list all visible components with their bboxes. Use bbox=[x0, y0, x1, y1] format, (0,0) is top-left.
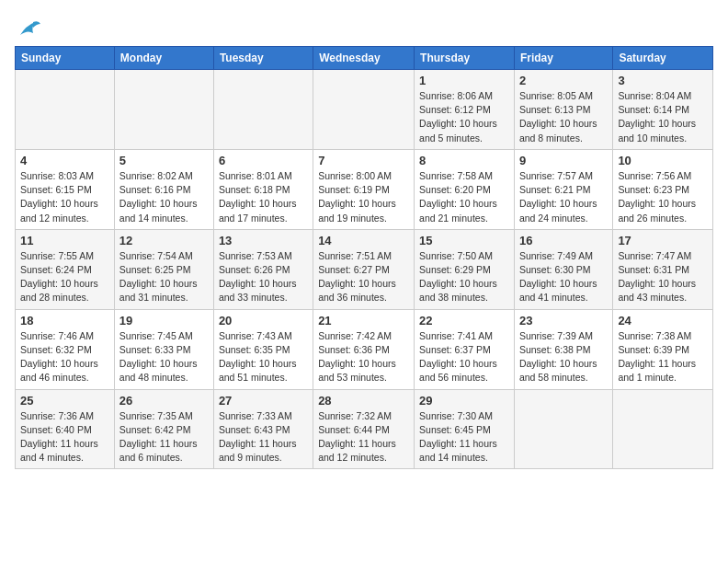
day-info: Sunrise: 7:43 AM Sunset: 6:35 PM Dayligh… bbox=[219, 329, 308, 385]
day-number: 13 bbox=[219, 234, 308, 247]
day-info: Sunrise: 7:41 AM Sunset: 6:37 PM Dayligh… bbox=[419, 329, 509, 385]
day-cell: 16Sunrise: 7:49 AM Sunset: 6:30 PM Dayli… bbox=[514, 229, 612, 309]
week-row-2: 4Sunrise: 8:03 AM Sunset: 6:15 PM Daylig… bbox=[16, 149, 713, 229]
day-cell: 23Sunrise: 7:39 AM Sunset: 6:38 PM Dayli… bbox=[514, 309, 612, 389]
day-cell bbox=[213, 70, 313, 150]
day-number: 15 bbox=[419, 234, 509, 247]
header-row: SundayMondayTuesdayWednesdayThursdayFrid… bbox=[16, 47, 713, 70]
day-number: 16 bbox=[519, 234, 608, 247]
day-cell: 6Sunrise: 8:01 AM Sunset: 6:18 PM Daylig… bbox=[213, 149, 313, 229]
day-number: 27 bbox=[219, 394, 308, 408]
day-cell: 13Sunrise: 7:53 AM Sunset: 6:26 PM Dayli… bbox=[213, 229, 313, 309]
day-cell: 9Sunrise: 7:57 AM Sunset: 6:21 PM Daylig… bbox=[514, 149, 612, 229]
day-number: 22 bbox=[419, 314, 509, 327]
day-number: 12 bbox=[119, 234, 209, 247]
day-cell: 28Sunrise: 7:32 AM Sunset: 6:44 PM Dayli… bbox=[313, 389, 415, 469]
header-cell-friday: Friday bbox=[514, 47, 612, 70]
day-number: 18 bbox=[20, 314, 109, 327]
day-info: Sunrise: 7:35 AM Sunset: 6:42 PM Dayligh… bbox=[119, 409, 209, 465]
day-number: 3 bbox=[618, 74, 708, 87]
header-cell-wednesday: Wednesday bbox=[313, 47, 415, 70]
day-info: Sunrise: 7:56 AM Sunset: 6:23 PM Dayligh… bbox=[618, 169, 708, 225]
day-cell: 29Sunrise: 7:30 AM Sunset: 6:45 PM Dayli… bbox=[415, 389, 515, 469]
day-cell: 3Sunrise: 8:04 AM Sunset: 6:14 PM Daylig… bbox=[613, 70, 713, 150]
day-info: Sunrise: 7:45 AM Sunset: 6:33 PM Dayligh… bbox=[119, 329, 209, 385]
day-number: 21 bbox=[318, 314, 409, 327]
day-cell: 25Sunrise: 7:36 AM Sunset: 6:40 PM Dayli… bbox=[16, 389, 115, 469]
day-number: 20 bbox=[219, 314, 308, 327]
day-cell bbox=[114, 70, 213, 150]
day-info: Sunrise: 7:42 AM Sunset: 6:36 PM Dayligh… bbox=[318, 329, 409, 385]
day-number: 29 bbox=[419, 394, 509, 408]
day-info: Sunrise: 7:54 AM Sunset: 6:25 PM Dayligh… bbox=[119, 249, 209, 305]
day-cell: 18Sunrise: 7:46 AM Sunset: 6:32 PM Dayli… bbox=[16, 309, 115, 389]
header-cell-saturday: Saturday bbox=[613, 47, 713, 70]
header-cell-monday: Monday bbox=[114, 47, 213, 70]
day-info: Sunrise: 7:55 AM Sunset: 6:24 PM Dayligh… bbox=[20, 249, 109, 305]
logo-bird-icon bbox=[17, 18, 42, 40]
week-row-1: 1Sunrise: 8:06 AM Sunset: 6:12 PM Daylig… bbox=[16, 70, 713, 150]
day-cell: 19Sunrise: 7:45 AM Sunset: 6:33 PM Dayli… bbox=[114, 309, 213, 389]
day-cell: 24Sunrise: 7:38 AM Sunset: 6:39 PM Dayli… bbox=[613, 309, 713, 389]
day-number: 9 bbox=[519, 154, 608, 167]
day-info: Sunrise: 7:47 AM Sunset: 6:31 PM Dayligh… bbox=[618, 249, 708, 305]
day-info: Sunrise: 8:05 AM Sunset: 6:13 PM Dayligh… bbox=[519, 89, 608, 145]
day-cell: 5Sunrise: 8:02 AM Sunset: 6:16 PM Daylig… bbox=[114, 149, 213, 229]
day-number: 14 bbox=[318, 234, 409, 247]
day-info: Sunrise: 8:00 AM Sunset: 6:19 PM Dayligh… bbox=[318, 169, 409, 225]
day-number: 8 bbox=[419, 154, 509, 167]
week-row-3: 11Sunrise: 7:55 AM Sunset: 6:24 PM Dayli… bbox=[16, 229, 713, 309]
day-number: 6 bbox=[219, 154, 308, 167]
day-info: Sunrise: 7:39 AM Sunset: 6:38 PM Dayligh… bbox=[519, 329, 608, 385]
day-cell: 15Sunrise: 7:50 AM Sunset: 6:29 PM Dayli… bbox=[415, 229, 515, 309]
day-cell: 12Sunrise: 7:54 AM Sunset: 6:25 PM Dayli… bbox=[114, 229, 213, 309]
header-cell-sunday: Sunday bbox=[16, 47, 115, 70]
day-number: 26 bbox=[119, 394, 209, 408]
header-cell-tuesday: Tuesday bbox=[213, 47, 313, 70]
day-info: Sunrise: 7:36 AM Sunset: 6:40 PM Dayligh… bbox=[20, 409, 109, 465]
day-info: Sunrise: 7:58 AM Sunset: 6:20 PM Dayligh… bbox=[419, 169, 509, 225]
logo bbox=[15, 18, 42, 40]
day-cell: 8Sunrise: 7:58 AM Sunset: 6:20 PM Daylig… bbox=[415, 149, 515, 229]
day-info: Sunrise: 7:32 AM Sunset: 6:44 PM Dayligh… bbox=[318, 409, 409, 465]
header-cell-thursday: Thursday bbox=[415, 47, 515, 70]
day-info: Sunrise: 7:57 AM Sunset: 6:21 PM Dayligh… bbox=[519, 169, 608, 225]
day-cell bbox=[313, 70, 415, 150]
day-info: Sunrise: 7:46 AM Sunset: 6:32 PM Dayligh… bbox=[20, 329, 109, 385]
day-info: Sunrise: 8:01 AM Sunset: 6:18 PM Dayligh… bbox=[219, 169, 308, 225]
day-number: 7 bbox=[318, 154, 409, 167]
day-number: 11 bbox=[20, 234, 109, 247]
day-cell: 26Sunrise: 7:35 AM Sunset: 6:42 PM Dayli… bbox=[114, 389, 213, 469]
week-row-4: 18Sunrise: 7:46 AM Sunset: 6:32 PM Dayli… bbox=[16, 309, 713, 389]
day-info: Sunrise: 7:49 AM Sunset: 6:30 PM Dayligh… bbox=[519, 249, 608, 305]
day-cell: 7Sunrise: 8:00 AM Sunset: 6:19 PM Daylig… bbox=[313, 149, 415, 229]
day-cell: 14Sunrise: 7:51 AM Sunset: 6:27 PM Dayli… bbox=[313, 229, 415, 309]
day-info: Sunrise: 8:04 AM Sunset: 6:14 PM Dayligh… bbox=[618, 89, 708, 145]
day-cell: 21Sunrise: 7:42 AM Sunset: 6:36 PM Dayli… bbox=[313, 309, 415, 389]
day-number: 25 bbox=[20, 394, 109, 408]
calendar-table: SundayMondayTuesdayWednesdayThursdayFrid… bbox=[15, 46, 713, 469]
day-cell: 1Sunrise: 8:06 AM Sunset: 6:12 PM Daylig… bbox=[415, 70, 515, 150]
week-row-5: 25Sunrise: 7:36 AM Sunset: 6:40 PM Dayli… bbox=[16, 389, 713, 469]
page-header bbox=[15, 15, 713, 40]
day-number: 1 bbox=[419, 74, 509, 87]
day-cell: 4Sunrise: 8:03 AM Sunset: 6:15 PM Daylig… bbox=[16, 149, 115, 229]
day-cell: 11Sunrise: 7:55 AM Sunset: 6:24 PM Dayli… bbox=[16, 229, 115, 309]
day-cell: 2Sunrise: 8:05 AM Sunset: 6:13 PM Daylig… bbox=[514, 70, 612, 150]
day-number: 28 bbox=[318, 394, 409, 408]
day-info: Sunrise: 8:03 AM Sunset: 6:15 PM Dayligh… bbox=[20, 169, 109, 225]
day-info: Sunrise: 7:30 AM Sunset: 6:45 PM Dayligh… bbox=[419, 409, 509, 465]
day-info: Sunrise: 8:02 AM Sunset: 6:16 PM Dayligh… bbox=[119, 169, 209, 225]
day-number: 24 bbox=[618, 314, 708, 327]
day-cell: 17Sunrise: 7:47 AM Sunset: 6:31 PM Dayli… bbox=[613, 229, 713, 309]
day-number: 5 bbox=[119, 154, 209, 167]
day-info: Sunrise: 7:53 AM Sunset: 6:26 PM Dayligh… bbox=[219, 249, 308, 305]
day-cell: 20Sunrise: 7:43 AM Sunset: 6:35 PM Dayli… bbox=[213, 309, 313, 389]
day-number: 4 bbox=[20, 154, 109, 167]
day-number: 19 bbox=[119, 314, 209, 327]
day-cell bbox=[16, 70, 115, 150]
day-info: Sunrise: 7:50 AM Sunset: 6:29 PM Dayligh… bbox=[419, 249, 509, 305]
day-info: Sunrise: 8:06 AM Sunset: 6:12 PM Dayligh… bbox=[419, 89, 509, 145]
day-cell: 22Sunrise: 7:41 AM Sunset: 6:37 PM Dayli… bbox=[415, 309, 515, 389]
day-info: Sunrise: 7:38 AM Sunset: 6:39 PM Dayligh… bbox=[618, 329, 708, 385]
